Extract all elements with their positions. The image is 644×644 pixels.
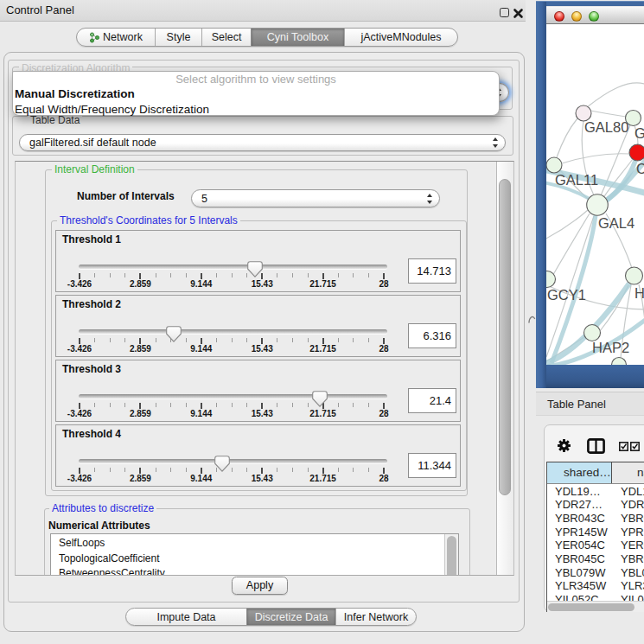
table-row[interactable]: YBL079WYBL079W — [547, 566, 644, 580]
cell-name: YDR277C — [613, 498, 644, 512]
tab-cyni-toolbox[interactable]: Cyni Toolbox — [251, 29, 344, 46]
network-canvas[interactable]: GAL80GACGAL11GAL4GCY1HAHAP2 — [546, 24, 644, 365]
slider-track[interactable] — [79, 329, 387, 334]
slider-minor-tick — [292, 273, 293, 277]
attributes-list-scrollbar-thumb[interactable] — [447, 536, 456, 576]
slider-thumb[interactable] — [214, 456, 230, 472]
slider-track[interactable] — [79, 265, 387, 269]
column-header-shared-name[interactable]: shared… — [547, 462, 612, 483]
checkbox-icon[interactable] — [630, 442, 640, 451]
attributes-list[interactable]: SelfLoopsTopologicalCoefficientBetweenne… — [50, 533, 459, 576]
slider-track[interactable] — [79, 394, 387, 399]
close-icon-shape-shape — [515, 10, 522, 17]
table-horizontal-scrollbar-thumb[interactable] — [548, 603, 634, 611]
table-row[interactable]: YPR145WYPR145W — [547, 526, 644, 539]
table-row[interactable]: YDR27…YDR277C — [547, 498, 644, 512]
table-row[interactable]: YLR345WYLR345W — [547, 579, 644, 593]
tab-network[interactable]: Network — [77, 29, 155, 46]
slider-tick-label: 28 — [379, 474, 388, 483]
number-of-intervals-combobox[interactable]: 5 — [191, 189, 440, 207]
table-row[interactable]: YER054CYER054C — [547, 539, 644, 552]
close-icon[interactable] — [513, 7, 524, 18]
slider-minor-tick — [232, 468, 233, 472]
network-node-gal11[interactable] — [546, 157, 562, 173]
slider-minor-tick — [246, 403, 247, 407]
checkbox-icon[interactable] — [619, 442, 628, 451]
split-columns-icon[interactable] — [587, 438, 605, 454]
threshold-value-field[interactable]: 21.4 — [408, 388, 456, 413]
slider-minor-tick — [124, 273, 125, 277]
settings-scrollpane: Interval Definition Number of Intervals … — [15, 161, 514, 576]
cell-shared-name: YLR345W — [547, 579, 613, 593]
column-header-name[interactable]: name — [612, 462, 644, 483]
attribute-item[interactable]: TopologicalCoefficient — [51, 552, 458, 567]
attribute-item[interactable]: SelfLoops — [51, 536, 458, 552]
popup-item-equal-width-frequency-discretization[interactable]: Equal Width/Frequency Discretization — [13, 102, 499, 117]
close-traffic-light[interactable] — [554, 11, 564, 22]
gear-icon[interactable] — [557, 438, 571, 453]
network-node[interactable] — [612, 358, 627, 366]
tab-label: Style — [167, 31, 191, 43]
slider-tick-label: 2.859 — [130, 344, 151, 354]
popup-placeholder-item[interactable]: Select algorithm to view settings — [13, 72, 499, 86]
attributes-list-scrollbar[interactable] — [444, 534, 458, 576]
slider-major-tick — [139, 468, 141, 474]
network-node-label: GAL4 — [598, 215, 634, 231]
settings-scrollbar-thumb[interactable] — [499, 179, 511, 495]
tab-label: Cyni Toolbox — [267, 31, 328, 43]
zoom-traffic-light[interactable] — [589, 11, 599, 22]
table-row[interactable]: YBR043CYBR043C — [547, 512, 644, 526]
threshold-row-1: Threshold 1-3.4262.8599.14415.4321.71528… — [55, 230, 461, 292]
threshold-label: Threshold 3 — [62, 363, 121, 375]
cell-name: YER054C — [613, 539, 644, 552]
slider-thumb[interactable] — [312, 391, 328, 407]
popup-item-manual-discretization[interactable]: Manual Discretization — [13, 86, 499, 101]
tab-discretize-data[interactable]: Discretize Data — [246, 609, 335, 625]
network-node-c[interactable] — [629, 144, 644, 161]
slider-thumb[interactable] — [247, 261, 263, 277]
slider-minor-tick — [94, 338, 95, 342]
tab-infer-network[interactable]: Infer Network — [335, 609, 416, 625]
algorithm-dropdown-popup: Select algorithm to view settings Manual… — [12, 71, 500, 116]
threshold-row-3: Threshold 3-3.4262.8599.14415.4321.71528… — [55, 360, 461, 422]
slider-major-tick — [201, 403, 202, 409]
network-icon-shape — [91, 39, 94, 42]
table-panel-titlebar: Table Panel — [536, 392, 644, 416]
threshold-value-field[interactable]: 11.344 — [408, 453, 456, 478]
control-panel-titlebar: Control Panel — [0, 0, 526, 22]
slider-minor-tick — [186, 273, 187, 277]
network-node-hap2[interactable] — [584, 325, 601, 341]
slider-tick-label: 9.144 — [190, 474, 212, 483]
slider-minor-tick — [110, 468, 111, 472]
network-edge — [562, 154, 629, 163]
table-horizontal-scrollbar[interactable] — [547, 601, 644, 612]
table-row[interactable]: YBR045CYBR045C — [547, 552, 644, 566]
tab-jactivemnodules[interactable]: jActiveMNodules — [344, 29, 457, 46]
network-node-label: HA — [634, 285, 644, 301]
slider-thumb[interactable] — [166, 326, 182, 342]
network-node-label: GAL11 — [555, 172, 598, 188]
table-row[interactable]: YIL052CYIL052C — [547, 593, 644, 601]
slider-minor-tick — [368, 403, 369, 407]
attribute-item[interactable]: BetweennessCentrality — [51, 566, 458, 576]
slider-minor-tick — [308, 403, 309, 407]
threshold-value-field[interactable]: 6.316 — [408, 323, 456, 348]
tab-style[interactable]: Style — [155, 29, 201, 46]
tab-impute-data[interactable]: Impute Data — [126, 609, 246, 625]
minimize-traffic-light[interactable] — [571, 11, 582, 22]
settings-scrollbar[interactable] — [496, 162, 513, 575]
table-row[interactable]: YDL19…YDL194W — [547, 485, 644, 499]
network-edge — [587, 83, 644, 107]
slider-thumb-shape — [215, 456, 230, 472]
float-window-icon[interactable] — [500, 8, 509, 17]
slider-tick-label: -3.426 — [67, 474, 92, 483]
apply-button[interactable]: Apply — [232, 577, 288, 595]
tab-select[interactable]: Select — [201, 29, 251, 46]
panel-divider[interactable] — [526, 0, 536, 644]
threshold-value-field[interactable]: 14.713 — [408, 258, 456, 284]
slider-minor-tick — [368, 273, 369, 277]
table-data-combobox[interactable]: galFiltered.sif default node — [19, 134, 506, 151]
network-node-ha[interactable] — [626, 267, 643, 284]
slider-track[interactable] — [79, 459, 387, 463]
network-node-gal4[interactable] — [587, 194, 609, 216]
